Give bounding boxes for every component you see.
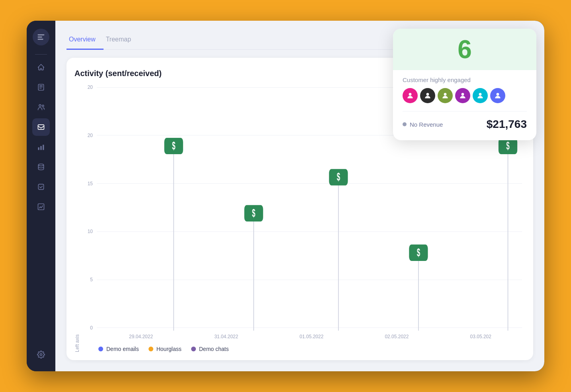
avatar-2: [420, 88, 435, 103]
revenue-dot: [403, 122, 407, 126]
tab-treemap[interactable]: Treemap: [104, 32, 139, 50]
legend-demo-emails: Demo emails: [98, 346, 139, 352]
sidebar-item-database[interactable]: [32, 158, 50, 176]
sidebar: [27, 21, 55, 371]
x-axis-labels: 29.04.2022 31.04.2022 01.05.2022 02.05.2…: [83, 331, 522, 339]
popup-avatars: [403, 88, 527, 103]
avatar-3: [438, 88, 453, 103]
svg-point-31: [497, 93, 499, 96]
popup-engaged-label: Customer highly engaged: [403, 76, 527, 83]
app-container: Overview Treemap Activity (sent/received…: [27, 21, 544, 371]
legend-demo-chats: Demo chats: [191, 346, 229, 352]
sidebar-item-home[interactable]: [32, 59, 50, 76]
svg-text:$: $: [172, 139, 176, 152]
x-label-1: 29.04.2022: [129, 334, 153, 339]
y-axis-label: Left axis: [74, 84, 80, 352]
svg-point-7: [38, 164, 43, 166]
sidebar-item-metrics[interactable]: [32, 198, 50, 216]
sidebar-item-inbox[interactable]: [32, 118, 50, 136]
popup-divider: [403, 111, 527, 112]
svg-point-29: [461, 93, 464, 96]
popup-number-box: 6: [393, 29, 536, 70]
sidebar-item-reports[interactable]: [32, 78, 50, 96]
x-label-2: 31.04.2022: [214, 334, 238, 339]
legend-dot-emails: [98, 347, 103, 351]
popup-revenue-row: No Revenue $21,763: [403, 118, 527, 131]
svg-rect-8: [38, 184, 43, 189]
popup-card: 6 Customer highly engaged: [393, 29, 536, 140]
legend-dot-hourglass: [149, 347, 153, 351]
svg-point-30: [479, 93, 482, 96]
legend-dot-chats: [191, 347, 196, 351]
svg-point-26: [409, 93, 412, 96]
x-label-4: 02.05.2022: [385, 334, 409, 339]
tab-overview[interactable]: Overview: [66, 32, 104, 50]
svg-text:$: $: [506, 139, 510, 152]
avatar-1: [403, 88, 418, 103]
svg-text:$: $: [417, 246, 420, 259]
sidebar-divider: [35, 54, 47, 55]
svg-point-2: [42, 105, 44, 107]
svg-rect-4: [38, 147, 39, 150]
popup-revenue-amount: $21,763: [487, 118, 527, 131]
svg-point-10: [40, 354, 42, 356]
legend-hourglass: Hourglass: [149, 346, 182, 352]
sidebar-item-tasks[interactable]: [32, 178, 50, 196]
popup-body: Customer highly engaged: [393, 76, 536, 131]
avatar-6: [490, 88, 505, 103]
sidebar-item-charts[interactable]: [32, 138, 50, 156]
avatar-4: [455, 88, 470, 103]
chart-legend: Demo emails Hourglass Demo chats: [83, 346, 522, 352]
main-content: Overview Treemap Activity (sent/received…: [55, 21, 544, 371]
avatar-5: [473, 88, 488, 103]
svg-point-1: [39, 104, 41, 106]
svg-point-27: [426, 93, 429, 96]
svg-rect-9: [38, 204, 44, 210]
x-label-5: 03.05.202: [470, 334, 491, 339]
popup-revenue-label: No Revenue: [403, 121, 443, 128]
popup-number: 6: [401, 37, 528, 62]
x-label-3: 01.05.2022: [299, 334, 323, 339]
sidebar-item-people[interactable]: [32, 98, 50, 116]
svg-text:$: $: [252, 207, 256, 219]
sidebar-item-settings[interactable]: [32, 346, 50, 363]
svg-point-28: [444, 93, 447, 96]
svg-text:$: $: [337, 171, 340, 183]
svg-rect-5: [40, 146, 41, 150]
app-logo[interactable]: [33, 29, 49, 45]
svg-rect-6: [43, 145, 44, 150]
